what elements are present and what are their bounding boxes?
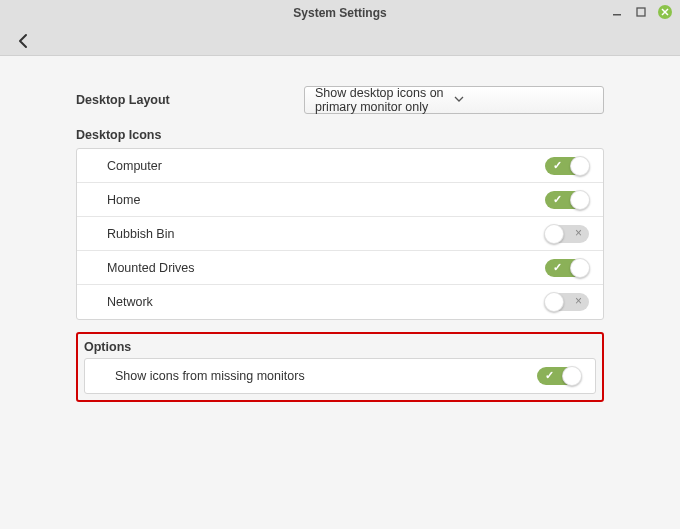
toggle-switch[interactable] xyxy=(545,157,589,175)
item-label: Mounted Drives xyxy=(107,261,195,275)
toggle-knob xyxy=(570,258,590,278)
item-label: Network xyxy=(107,295,153,309)
item-label: Computer xyxy=(107,159,162,173)
toggle-knob xyxy=(544,224,564,244)
back-button[interactable] xyxy=(12,29,36,53)
svg-rect-0 xyxy=(613,14,621,16)
maximize-icon[interactable] xyxy=(634,5,648,19)
list-item: Computer xyxy=(77,149,603,183)
list-item: Home xyxy=(77,183,603,217)
toggle-switch[interactable] xyxy=(545,225,589,243)
toggle-knob xyxy=(544,292,564,312)
select-value: Show desktop icons on primary monitor on… xyxy=(315,86,454,114)
toggle-switch[interactable] xyxy=(537,367,581,385)
window-controls xyxy=(610,5,672,19)
item-label: Home xyxy=(107,193,140,207)
settings-panel: Desktop Layout Show desktop icons on pri… xyxy=(0,56,680,422)
toggle-knob xyxy=(570,156,590,176)
titlebar: System Settings xyxy=(0,0,680,26)
options-list: Show icons from missing monitors xyxy=(84,358,596,394)
list-item: Show icons from missing monitors xyxy=(85,359,595,393)
close-icon[interactable] xyxy=(658,5,672,19)
desktop-layout-select[interactable]: Show desktop icons on primary monitor on… xyxy=(304,86,604,114)
item-label: Rubbish Bin xyxy=(107,227,174,241)
window-title: System Settings xyxy=(293,6,386,20)
toggle-switch[interactable] xyxy=(545,259,589,277)
desktop-layout-label: Desktop Layout xyxy=(76,93,170,107)
list-item: Mounted Drives xyxy=(77,251,603,285)
chevron-down-icon xyxy=(454,93,593,107)
list-item: Rubbish Bin xyxy=(77,217,603,251)
toolbar xyxy=(0,26,680,56)
svg-rect-1 xyxy=(637,8,645,16)
item-label: Show icons from missing monitors xyxy=(115,369,305,383)
options-heading: Options xyxy=(84,340,596,354)
desktop-layout-row: Desktop Layout Show desktop icons on pri… xyxy=(76,86,604,114)
toggle-knob xyxy=(562,366,582,386)
options-highlight: Options Show icons from missing monitors xyxy=(76,332,604,402)
minimize-icon[interactable] xyxy=(610,5,624,19)
toggle-switch[interactable] xyxy=(545,293,589,311)
toggle-knob xyxy=(570,190,590,210)
desktop-icons-heading: Desktop Icons xyxy=(76,128,604,142)
desktop-icons-list: ComputerHomeRubbish BinMounted DrivesNet… xyxy=(76,148,604,320)
toggle-switch[interactable] xyxy=(545,191,589,209)
list-item: Network xyxy=(77,285,603,319)
